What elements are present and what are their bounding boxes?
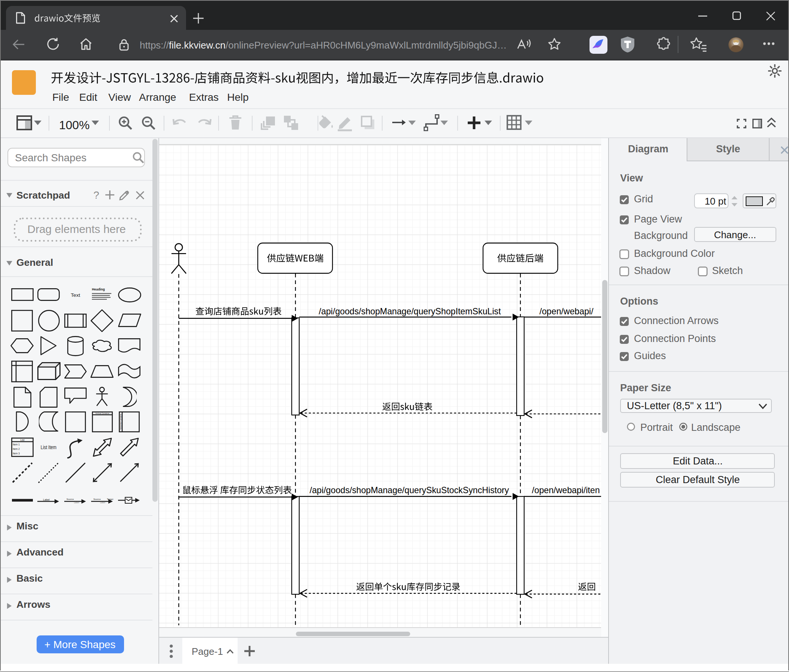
svg-text:Heading: Heading bbox=[91, 287, 105, 291]
svg-text:Horizontal Container: Horizontal Container bbox=[120, 413, 122, 430]
svg-text:Source: Source bbox=[67, 497, 74, 500]
svg-text:Label: Label bbox=[74, 501, 79, 503]
svg-text:Target: Target bbox=[107, 497, 113, 500]
svg-text:List: List bbox=[20, 439, 24, 441]
svg-text:Vertical Container: Vertical Container bbox=[95, 412, 109, 414]
svg-text:Text: Text bbox=[71, 292, 80, 298]
svg-text:Item 1: Item 1 bbox=[12, 443, 19, 446]
svg-text:Item 2: Item 2 bbox=[12, 447, 19, 450]
svg-text:List Item: List Item bbox=[41, 444, 56, 451]
svg-text:Source: Source bbox=[93, 497, 101, 500]
svg-text:/api/goods/shopManage/querySku: /api/goods/shopManage/querySkuStockSyncH… bbox=[310, 485, 509, 495]
svg-text:Label: Label bbox=[43, 498, 50, 501]
svg-text:Label: Label bbox=[100, 501, 105, 503]
svg-text:/open/webapi/: /open/webapi/ bbox=[540, 306, 594, 316]
svg-text:/api/goods/shopManage/querySho: /api/goods/shopManage/queryShopItemSkuLi… bbox=[319, 306, 501, 316]
svg-text:/open/webapi/iten: /open/webapi/iten bbox=[532, 485, 600, 495]
svg-text:Item 3: Item 3 bbox=[12, 452, 19, 455]
